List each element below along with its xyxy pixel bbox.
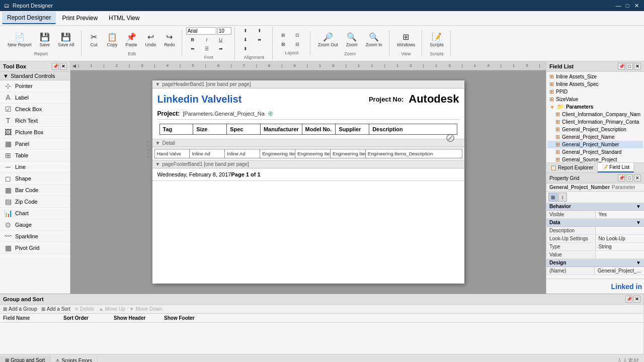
pivotgrid-tool[interactable]: ▦ Pivot Grid <box>0 242 70 254</box>
general-project-desc-field[interactable]: ⊞ General_Project_Description <box>547 126 643 133</box>
page-header-collapse-icon[interactable]: ▼ <box>155 81 160 87</box>
menu-html-view[interactable]: HTML View <box>104 13 144 24</box>
prop-sort-category-button[interactable]: ⊞ <box>548 193 557 202</box>
layout-btn1[interactable]: ⊞ <box>277 31 290 39</box>
picturebox-tool[interactable]: 🖼 Picture Box <box>0 127 70 138</box>
report-explorer-tab[interactable]: 📋 Report Explorer <box>546 163 598 172</box>
save-all-button[interactable]: 💾 Save All <box>54 30 78 49</box>
general-project-name-field[interactable]: ⊞ General_Project_Name <box>547 133 643 141</box>
move-down-button[interactable]: ▼ Move Down <box>129 306 163 312</box>
visible-prop-value[interactable]: Yes <box>596 211 645 218</box>
delete-gs-button[interactable]: ✕ Delete <box>74 306 95 312</box>
table-tool[interactable]: ⊞ Table <box>0 150 70 161</box>
align-center-button[interactable]: ☰ <box>200 45 213 53</box>
general-project-standard-field[interactable]: ⊞ General_Project_Standard <box>547 148 643 156</box>
name-prop-value[interactable]: General_Project_... <box>595 267 644 275</box>
cut-button[interactable]: ✂ Cut <box>86 30 103 49</box>
close-button[interactable]: ✕ <box>633 2 640 9</box>
layout-btn2[interactable]: ⊡ <box>291 31 304 39</box>
client-info-company-field[interactable]: ⊞ Client_Information_Company_Nam <box>547 111 643 118</box>
windows-button[interactable]: ⊞ Windows <box>393 30 419 49</box>
toolbox-pin-button[interactable]: 📌 <box>52 63 59 70</box>
layout-btn3[interactable]: ⊠ <box>277 40 290 48</box>
underline-button[interactable]: U <box>214 36 227 44</box>
align-right-button[interactable]: ➡ <box>214 45 227 53</box>
type-prop-value[interactable]: String <box>596 243 645 250</box>
font-family-input[interactable] <box>186 27 216 35</box>
copy-button[interactable]: 📋 Copy <box>104 30 121 49</box>
inline-assets-size-field[interactable]: ⊞ Inline Assets_Size <box>547 73 643 80</box>
line-tool[interactable]: ─ Line <box>0 161 70 173</box>
zoom-in-button[interactable]: 🔍 Zoom In <box>362 30 386 49</box>
zoom-button[interactable]: 🔍 Zoom <box>343 30 361 49</box>
move-up-button[interactable]: ▲ Move Up <box>99 306 125 312</box>
add-sort-button[interactable]: ⊞ Add a Sort <box>41 306 70 312</box>
field-list-expand-button[interactable]: □ <box>626 63 633 70</box>
align-left-button[interactable]: ⬅ <box>186 45 199 53</box>
maximize-button[interactable]: □ <box>624 2 631 9</box>
footer-collapse-icon[interactable]: ▼ <box>155 161 160 167</box>
prop-grid-expand-button[interactable]: □ <box>626 174 633 182</box>
new-report-button[interactable]: 📄 New Report <box>4 30 35 49</box>
parameters-group[interactable]: ▼ 📁 Parameters <box>547 103 643 111</box>
field-list-tab[interactable]: 📝 Field List <box>598 163 634 172</box>
minimize-button[interactable]: — <box>615 2 622 9</box>
prop-grid-controls[interactable]: 📌 □ ✕ <box>618 174 641 182</box>
scripts-errors-tab[interactable]: ⚠ Scripts Errors <box>50 356 98 362</box>
zipcode-tool[interactable]: ▤ Zip Code <box>0 196 70 208</box>
zoom-out-button[interactable]: 🔎 Zoom Out <box>314 30 342 49</box>
inline-assets-spec-field[interactable]: ⊞ Inline Assets_Spec <box>547 80 643 88</box>
group-sort-tab[interactable]: ⊞ Group and Sort <box>0 356 50 362</box>
field-list-pin-button[interactable]: 📌 <box>618 63 625 70</box>
general-project-number-field[interactable]: ⊞ General_Project_Number <box>547 141 643 148</box>
panel-tool[interactable]: ▦ Panel <box>0 138 70 150</box>
layout-btn4[interactable]: ⊟ <box>291 40 304 48</box>
align-middle-button[interactable]: ⬆ <box>253 27 266 35</box>
menu-print-preview[interactable]: Print Preview <box>57 13 103 24</box>
design-section[interactable]: Design ▼ <box>546 259 644 267</box>
toolbox-section-header[interactable]: ▼ Standard Controls <box>0 72 70 80</box>
shape-tool[interactable]: ◻ Shape <box>0 173 70 185</box>
client-info-primary-field[interactable]: ⊞ Client_Information_Primary_Conta <box>547 118 643 126</box>
prop-sort-alpha-button[interactable]: ↕ <box>558 193 567 202</box>
behavior-section[interactable]: Behavior ▼ <box>546 203 644 211</box>
richtext-tool[interactable]: T Rich Text <box>0 115 70 127</box>
title-bar-controls[interactable]: — □ ✕ <box>615 2 640 9</box>
description-prop-value[interactable] <box>596 227 645 234</box>
lookup-prop-value[interactable]: No Look-Up <box>596 235 645 242</box>
gauge-tool[interactable]: ⊙ Gauge <box>0 219 70 231</box>
group-sort-controls[interactable]: 📌 ✕ <box>625 296 640 303</box>
field-list-controls[interactable]: 📌 □ ✕ <box>618 63 641 70</box>
add-group-button[interactable]: ⊞ Add a Group <box>3 306 37 312</box>
italic-button[interactable]: I <box>200 36 213 44</box>
general-source-project-field[interactable]: ⊞ General_Source_Project <box>547 156 643 162</box>
field-list-close-button[interactable]: ✕ <box>634 63 641 70</box>
ppid-field[interactable]: ⊞ PPID <box>547 88 643 96</box>
checkbox-tool[interactable]: ☑ Check Box <box>0 104 70 115</box>
font-size-input[interactable] <box>217 27 231 35</box>
pointer-tool[interactable]: ⊹ Pointer <box>0 80 70 92</box>
save-button[interactable]: 💾 Save <box>36 30 54 49</box>
dist-vert-button[interactable]: ⬍ <box>239 45 252 53</box>
prop-grid-close-button[interactable]: ✕ <box>634 174 641 182</box>
data-section[interactable]: Data ▼ <box>546 219 644 227</box>
detail-collapse-icon[interactable]: ▼ <box>155 140 160 146</box>
bold-button[interactable]: B <box>186 36 199 44</box>
prop-grid-pin-button[interactable]: 📌 <box>618 174 625 182</box>
dist-horiz-button[interactable]: ⬌ <box>253 36 266 44</box>
barcode-tool[interactable]: ▦ Bar Code <box>0 185 70 196</box>
group-sort-pin-button[interactable]: 📌 <box>625 296 632 303</box>
redo-button[interactable]: ↪ Redo <box>160 30 179 49</box>
chart-tool[interactable]: 📊 Chart <box>0 208 70 219</box>
scripts-button[interactable]: 📝 Scripts <box>426 30 447 49</box>
menu-report-designer[interactable]: Report Designer <box>2 12 56 24</box>
ruler-left-arrow[interactable]: ◀ <box>72 63 76 68</box>
undo-button[interactable]: ↩ Undo <box>142 30 160 49</box>
toolbox-header-controls[interactable]: 📌 ✕ <box>52 63 67 70</box>
align-top-button[interactable]: ⬆ <box>239 27 252 35</box>
canvas-content[interactable]: 人人素材 1 2 3 4 5 ▼ pageHeaderBand1 [one ba… <box>70 70 546 294</box>
sparkline-tool[interactable]: 〰 Sparkline <box>0 231 70 242</box>
toolbox-close-button[interactable]: ✕ <box>60 63 67 70</box>
sizevalue-field[interactable]: ⊞ SizeValue <box>547 96 643 103</box>
label-tool[interactable]: A Label <box>0 92 70 104</box>
